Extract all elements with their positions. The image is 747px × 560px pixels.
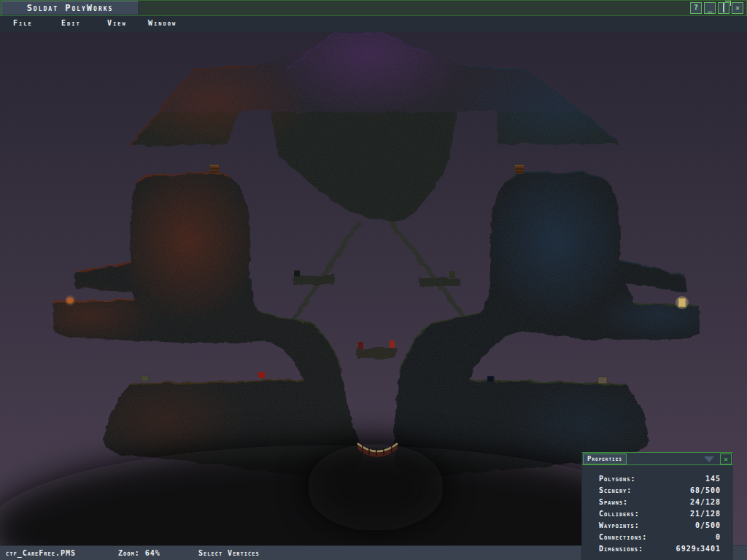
property-label: Polygons: <box>599 475 636 486</box>
bridge-post-right[interactable] <box>390 341 395 348</box>
property-value: 0 <box>716 533 721 545</box>
app-title: Soldat PolyWorks <box>1 1 139 15</box>
properties-list: Polygons: 145 Scenery: 68/500 Spawns: 24… <box>582 465 733 556</box>
menu-view[interactable]: View <box>107 19 127 27</box>
properties-panel-title: Properties <box>583 454 627 464</box>
status-filename: ctf_CareFree.PMS <box>6 549 76 557</box>
close-button[interactable]: ✕ <box>732 2 743 14</box>
help-icon: ? <box>694 4 698 12</box>
platform-right[interactable] <box>419 278 460 287</box>
status-tool-mode: Select Vertices <box>198 549 260 557</box>
menu-bar: File Edit View Window <box>0 16 747 32</box>
property-row-scenery: Scenery: 68/500 <box>582 486 733 498</box>
restore-icon <box>723 3 724 12</box>
restore-button[interactable] <box>718 2 729 14</box>
property-value: 6929x3401 <box>676 545 721 556</box>
close-icon: ✕ <box>724 455 728 463</box>
property-label: Scenery: <box>599 486 632 498</box>
collapse-panel-icon[interactable] <box>704 456 714 462</box>
bridge-post-left[interactable] <box>358 342 363 349</box>
crate-scenery[interactable] <box>141 376 149 381</box>
center-bridge-platform[interactable] <box>357 348 396 359</box>
property-row-waypoints: Waypoints: 0/500 <box>582 521 733 533</box>
post-scenery[interactable] <box>294 271 300 276</box>
property-value: 21/128 <box>690 510 721 521</box>
property-value: 68/500 <box>690 486 721 498</box>
property-value: 145 <box>705 475 721 486</box>
property-label: Waypoints: <box>599 521 640 533</box>
status-zoom-level: Zoom: 64% <box>118 549 160 557</box>
minimize-button[interactable]: _ <box>704 2 716 14</box>
window-controls: ? _ ✕ <box>690 2 743 14</box>
barrel-scenery[interactable] <box>515 165 524 174</box>
menu-edit[interactable]: Edit <box>61 19 81 27</box>
property-label: Dimensions: <box>599 545 643 556</box>
properties-panel-titlebar[interactable]: Properties ✕ <box>582 452 733 465</box>
close-icon: ✕ <box>735 4 740 12</box>
property-row-spawns: Spawns: 24/128 <box>582 498 733 510</box>
property-label: Spawns: <box>599 498 628 510</box>
barrel-scenery[interactable] <box>210 165 219 174</box>
property-label: Colliders: <box>599 510 640 521</box>
property-row-colliders: Colliders: 21/128 <box>582 510 733 521</box>
property-value: 24/128 <box>690 498 721 510</box>
property-row-connections: Connections: 0 <box>582 533 733 545</box>
title-bar[interactable]: Soldat PolyWorks ? _ ✕ <box>0 0 747 16</box>
post-scenery[interactable] <box>449 271 455 278</box>
orange-item-marker[interactable] <box>67 298 74 304</box>
properties-panel: Properties ✕ Polygons: 145 Scenery: 68/5… <box>581 452 733 560</box>
menu-window[interactable]: Window <box>148 19 177 27</box>
yellow-item-marker[interactable] <box>678 298 686 307</box>
menu-file[interactable]: File <box>13 19 33 27</box>
red-flag-marker[interactable] <box>258 372 265 378</box>
platform-left[interactable] <box>293 276 334 284</box>
property-row-dimensions: Dimensions: 6929x3401 <box>582 545 733 556</box>
help-button[interactable]: ? <box>690 2 702 14</box>
blue-flag-marker[interactable] <box>487 376 494 382</box>
close-panel-button[interactable]: ✕ <box>720 454 732 464</box>
crate-scenery[interactable] <box>598 377 607 384</box>
property-value: 0/500 <box>695 521 721 533</box>
property-row-polygons: Polygons: 145 <box>582 475 733 486</box>
property-label: Connections: <box>599 533 647 545</box>
minimize-icon: _ <box>708 4 712 12</box>
